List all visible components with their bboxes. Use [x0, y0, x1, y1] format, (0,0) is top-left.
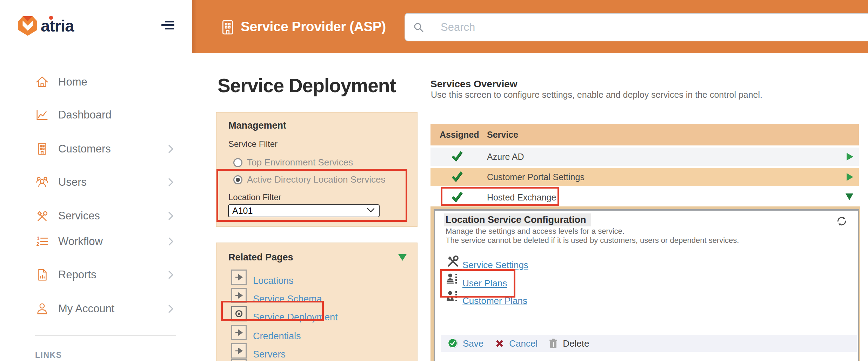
services-icon: [34, 208, 50, 224]
customer-plan-icon: [446, 291, 459, 305]
collapse-triangle-icon[interactable]: [846, 193, 853, 200]
service-filter-label: Service Filter: [228, 139, 278, 149]
trash-icon[interactable]: [549, 338, 558, 349]
related-page-locations[interactable]: Locations: [231, 270, 294, 285]
service-name: Customer Portal Settings: [487, 172, 585, 182]
forward-icon: [231, 288, 247, 303]
related-page-service-schema[interactable]: Service Schema: [231, 288, 322, 303]
sidebar-item-dashboard[interactable]: Dashboard: [0, 107, 192, 123]
services-overview-title: Services Overview: [430, 79, 518, 90]
config-panel-title: Location Service Configuration: [444, 213, 591, 226]
sidebar-item-customers[interactable]: Customers: [0, 141, 192, 157]
sidebar-collapse-icon[interactable]: [161, 20, 175, 30]
location-filter-value: A101: [229, 206, 367, 216]
save-button[interactable]: Save: [463, 338, 483, 349]
column-header-service: Service: [487, 130, 518, 140]
expand-triangle-icon[interactable]: [847, 173, 853, 181]
forward-icon: [231, 270, 247, 285]
check-icon: [451, 171, 463, 184]
related-page-label: Locations: [253, 275, 294, 286]
table-row-hosted-exchange[interactable]: Hosted Exchange: [430, 188, 859, 206]
search-icon: [405, 14, 432, 41]
chevron-right-icon: [168, 237, 173, 247]
forward-icon: [231, 325, 247, 340]
service-name: Hosted Exchange: [487, 192, 556, 203]
logo-i-dot: [49, 16, 53, 20]
expand-triangle-icon[interactable]: [847, 153, 853, 161]
atria-logo-icon: [18, 15, 37, 36]
sidebar-item-my-account[interactable]: My Account: [0, 301, 192, 317]
config-action-bar: Save Cancel Delete: [441, 335, 857, 352]
sidebar: atria Home Dashboard: [0, 0, 192, 361]
service-settings-link[interactable]: Service Settings: [446, 254, 528, 269]
cancel-button[interactable]: Cancel: [509, 338, 538, 349]
related-page-label: Service Deployment: [253, 312, 338, 323]
links-heading: LINKS: [35, 350, 62, 360]
sidebar-item-label: My Account: [58, 302, 114, 315]
chevron-right-icon: [168, 271, 173, 280]
radio-button-icon: [233, 158, 242, 167]
chevron-right-icon: [168, 212, 173, 222]
config-link-label: Customer Plans: [462, 295, 527, 306]
table-row-azure-ad[interactable]: Azure AD: [430, 148, 859, 166]
forward-icon: [231, 343, 247, 359]
sidebar-item-label: Services: [58, 210, 100, 222]
config-description-line1: Manage the settings and access levels fo…: [446, 227, 625, 236]
atria-logo[interactable]: atria: [18, 15, 74, 36]
related-page-service-deployment[interactable]: Service Deployment: [231, 306, 338, 321]
location-filter-select[interactable]: A101: [228, 204, 380, 217]
related-page-servers[interactable]: Servers: [231, 343, 286, 359]
related-page-partial[interactable]: [231, 359, 247, 361]
sidebar-item-home[interactable]: Home: [0, 74, 192, 90]
building-icon: [220, 20, 235, 36]
user-plans-link[interactable]: User Plans: [446, 273, 507, 287]
config-link-label: Service Settings: [462, 260, 528, 271]
search-input[interactable]: [432, 21, 868, 34]
related-pages-panel: Related Pages Locations Service Schema S…: [216, 243, 418, 361]
related-page-credentials[interactable]: Credentials: [231, 325, 301, 340]
service-name: Azure AD: [487, 152, 524, 162]
sidebar-item-workflow[interactable]: 1 2 Workflow: [0, 233, 192, 250]
table-row-customer-portal-settings[interactable]: Customer Portal Settings: [430, 168, 859, 186]
customers-icon: [34, 141, 50, 157]
tools-icon: [446, 254, 459, 269]
location-service-configuration-panel: Location Service Configuration Manage th…: [434, 209, 859, 361]
delete-button[interactable]: Delete: [563, 338, 589, 349]
sidebar-item-reports[interactable]: Reports: [0, 267, 192, 283]
collapse-triangle-icon[interactable]: [398, 254, 407, 261]
chevron-right-icon: [168, 178, 173, 188]
sidebar-item-label: Customers: [58, 143, 111, 155]
location-filter-label: Location Filter: [228, 192, 281, 202]
related-page-label: Servers: [253, 349, 286, 360]
reports-icon: [34, 267, 50, 282]
customer-plans-link[interactable]: Customer Plans: [446, 291, 527, 305]
related-page-label: Credentials: [253, 331, 301, 342]
cancel-x-icon[interactable]: [495, 339, 505, 348]
users-icon: [34, 175, 50, 190]
config-description-line2: The service cannot be deleted if it is u…: [446, 236, 739, 245]
target-icon: [231, 306, 247, 321]
sidebar-item-services[interactable]: Services: [0, 208, 192, 224]
check-icon: [451, 151, 463, 163]
user-plan-icon: [446, 273, 459, 287]
refresh-icon[interactable]: [836, 216, 847, 228]
config-link-label: User Plans: [462, 278, 507, 289]
workflow-icon: 1 2: [34, 234, 50, 249]
sidebar-item-users[interactable]: Users: [0, 174, 192, 190]
related-pages-title: Related Pages: [228, 252, 293, 263]
sidebar-item-label: Reports: [58, 268, 96, 281]
search-box: [405, 13, 868, 41]
radio-active-directory-location-services[interactable]: Active Directory Location Services: [233, 174, 385, 185]
atria-logo-text: atria: [41, 18, 74, 34]
chevron-right-icon: [168, 305, 173, 314]
svg-text:2: 2: [36, 241, 39, 247]
context-title: Service Provider (ASP): [241, 19, 386, 34]
radio-top-environment-services[interactable]: Top Environment Services: [233, 157, 353, 168]
save-check-icon[interactable]: [448, 338, 458, 349]
radio-label: Active Directory Location Services: [247, 174, 385, 185]
radio-button-selected-icon: [233, 175, 242, 184]
dashboard-icon: [34, 107, 50, 123]
home-icon: [34, 74, 50, 90]
chevron-right-icon: [168, 145, 173, 155]
services-table-header: Assigned Service: [430, 124, 859, 145]
